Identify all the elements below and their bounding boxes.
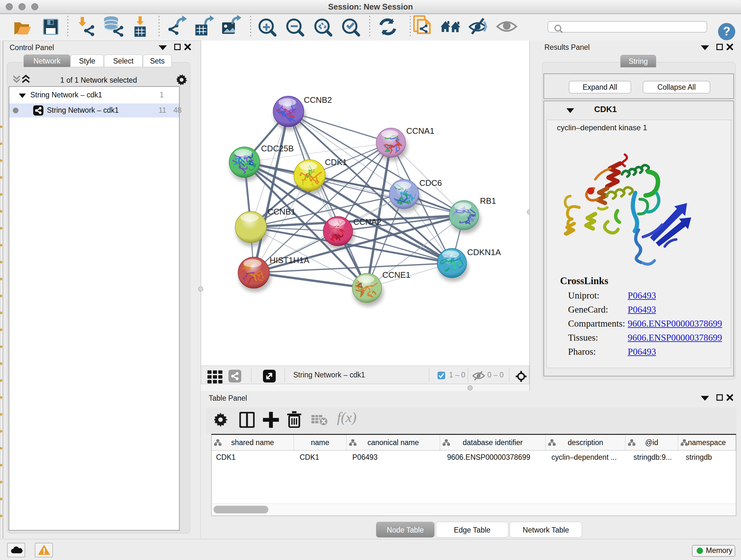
svg-text:CDK1: CDK1 xyxy=(325,158,347,167)
svg-text:CCNA2: CCNA2 xyxy=(353,217,381,227)
svg-text:CDKN1A: CDKN1A xyxy=(467,247,501,257)
svg-text:RB1: RB1 xyxy=(480,196,496,206)
svg-text:CDC6: CDC6 xyxy=(419,178,442,188)
svg-text:HIST1H1A: HIST1H1A xyxy=(270,255,310,265)
svg-text:CDC25B: CDC25B xyxy=(261,144,294,153)
svg-text:?: ? xyxy=(723,24,730,38)
svg-text:CCNA1: CCNA1 xyxy=(406,126,434,136)
svg-text:CCNB1: CCNB1 xyxy=(267,207,295,216)
svg-text:CCNE1: CCNE1 xyxy=(382,270,410,280)
svg-text:CCNB2: CCNB2 xyxy=(304,95,332,105)
